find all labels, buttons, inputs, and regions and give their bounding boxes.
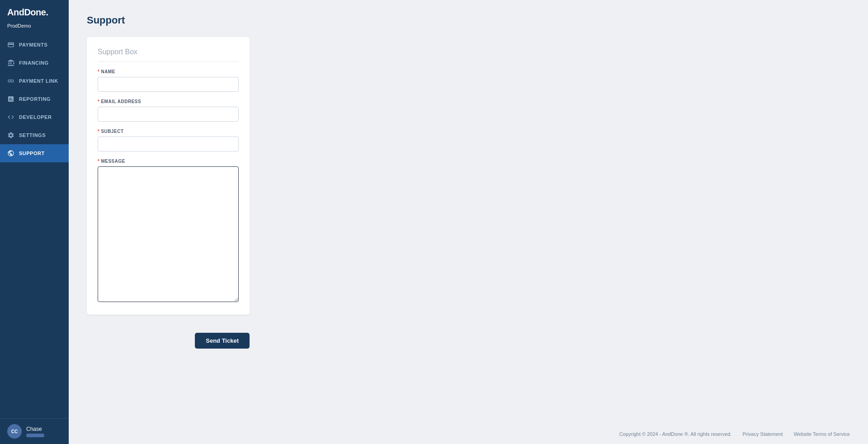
sidebar-item-settings[interactable]: Settings [0, 126, 69, 144]
support-label: Support [19, 151, 45, 156]
subject-group: * Subject [98, 129, 239, 151]
chart-icon [7, 95, 14, 103]
user-bar [26, 434, 44, 437]
financing-label: Financing [19, 60, 49, 66]
user-name: Chase [26, 426, 44, 432]
subject-required-star: * [98, 129, 99, 134]
avatar: CC [7, 424, 22, 439]
bank-icon [7, 59, 14, 66]
email-required-star: * [98, 99, 99, 104]
payments-label: Payments [19, 42, 47, 47]
name-required-star: * [98, 69, 99, 74]
message-group: * Message [98, 159, 239, 304]
support-card: Support Box * Name * Email Address * Su [87, 37, 250, 315]
name-input[interactable] [98, 77, 239, 92]
user-info: Chase [26, 426, 44, 437]
code-icon [7, 113, 14, 121]
link-icon [7, 77, 14, 85]
payment-link-label: Payment Link [19, 78, 58, 84]
message-label: * Message [98, 159, 239, 164]
button-row: Send Ticket [87, 324, 250, 349]
credit-card-icon [7, 41, 14, 48]
name-label: * Name [98, 69, 239, 74]
main-content: Support Support Box * Name * Email Addre… [69, 0, 868, 444]
send-ticket-button[interactable]: Send Ticket [195, 333, 250, 349]
subject-label: * Subject [98, 129, 239, 134]
sidebar: AndDone. ProdDemo Payments Financing Pay… [0, 0, 69, 444]
privacy-link[interactable]: Privacy Statement [742, 431, 783, 437]
sidebar-item-financing[interactable]: Financing [0, 54, 69, 72]
developer-label: Developer [19, 114, 52, 120]
org-name: ProdDemo [0, 21, 69, 36]
globe-icon [7, 150, 14, 157]
sidebar-nav: Payments Financing Payment Link Reportin… [0, 36, 69, 418]
terms-link[interactable]: Website Terms of Service [794, 431, 850, 437]
email-label: * Email Address [98, 99, 239, 104]
user-footer: CC Chase [0, 418, 69, 444]
sidebar-item-payments[interactable]: Payments [0, 36, 69, 54]
logo-area: AndDone. [0, 0, 69, 21]
sidebar-item-payment-link[interactable]: Payment Link [0, 72, 69, 90]
email-input[interactable] [98, 107, 239, 122]
settings-label: Settings [19, 132, 46, 138]
message-required-star: * [98, 159, 99, 164]
page-area: Support Support Box * Name * Email Addre… [69, 0, 868, 424]
gear-icon [7, 132, 14, 139]
copyright-text: Copyright © 2024 - AndDone ®. All rights… [619, 431, 732, 437]
page-title: Support [87, 14, 850, 26]
sidebar-item-support[interactable]: Support [0, 144, 69, 162]
card-heading: Support Box [98, 48, 239, 62]
sidebar-item-developer[interactable]: Developer [0, 108, 69, 126]
app-logo: AndDone. [7, 7, 61, 18]
sidebar-item-reporting[interactable]: Reporting [0, 90, 69, 108]
name-group: * Name [98, 69, 239, 92]
email-group: * Email Address [98, 99, 239, 122]
page-footer: Copyright © 2024 - AndDone ®. All rights… [69, 424, 868, 444]
subject-input[interactable] [98, 137, 239, 151]
message-textarea[interactable] [98, 166, 239, 302]
reporting-label: Reporting [19, 96, 51, 102]
